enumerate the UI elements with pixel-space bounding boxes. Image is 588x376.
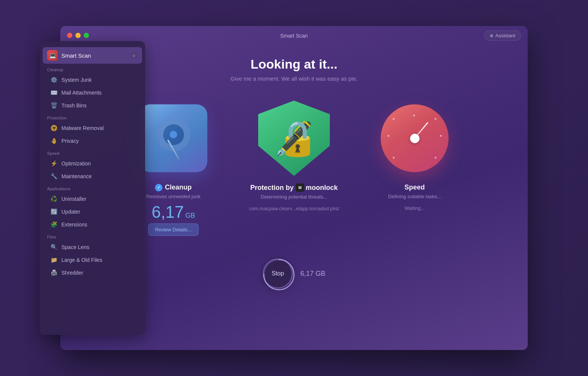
gauge-dot-left-bottom [393,157,395,159]
disk-circle-core [170,131,177,138]
cleanup-check-icon: ✓ [155,184,162,191]
sidebar: 💻 Smart Scan ⊙ Cleanup ⚙️ System Junk ✉️… [40,41,145,335]
fingerprint-icon: 🔏 [273,121,315,155]
moonlock-brand-name: moonlock [306,184,338,192]
desktop: Smart Scan Assistant 💻 Smart Scan ⊙ Clea… [0,0,588,376]
protection-card-title: Protection by M moonlock [250,183,338,192]
mail-attachments-icon: ✉️ [50,89,58,96]
sidebar-item-smart-scan[interactable]: 💻 Smart Scan ⊙ [43,47,142,64]
extensions-icon: 🧩 [50,221,58,228]
cleanup-size-value: 6,17 [152,204,184,220]
sidebar-item-privacy[interactable]: 🤚 Privacy [43,135,142,147]
shredder-label: Shredder [61,270,83,276]
privacy-label: Privacy [61,138,79,144]
updater-icon: 🔄 [50,208,58,216]
gauge-dot-right-top [435,118,436,120]
gauge-dot-top [413,115,415,116]
window-title: Smart Scan [280,33,308,39]
sidebar-item-shredder[interactable]: 🖨️ Shredder [43,266,142,279]
scan-subtitle: Give me a moment. We all wish it was eas… [230,75,357,82]
cleanup-subtitle: Removes unneeded junk [146,194,201,199]
moonlock-logo-icon: M [296,183,304,192]
gauge-dot-right-bottom [435,157,436,159]
cleanup-title-label: Cleanup [165,183,191,191]
gauge-center [410,134,420,143]
stop-size-label: 6,17 GB [300,270,325,278]
sidebar-item-optimization[interactable]: ⚡ Optimization [43,157,142,170]
speed-title-label: Speed [404,183,425,191]
sidebar-item-extensions[interactable]: 🧩 Extensions [43,218,142,231]
bottom-bar: Stop 6,17 GB [263,258,325,289]
uninstaller-label: Uninstaller [61,196,86,202]
protection-subtitle: Determining potential threats... [260,194,327,200]
cleanup-icon-area [136,101,211,176]
protection-title-text: Protection by [250,184,294,192]
assistant-label: Assistant [495,33,515,38]
window-controls [67,33,89,38]
stop-button[interactable]: Stop [263,258,293,289]
speed-scanning-text: Waiting... [404,205,425,211]
large-old-files-label: Large & Old Files [61,257,102,263]
sidebar-item-trash-bins[interactable]: 🗑️ Trash Bins [43,99,142,112]
section-label-cleanup: Cleanup [40,64,145,73]
close-button[interactable] [67,33,72,38]
maintenance-icon: 🔧 [50,173,58,180]
protection-scanning-text: com.macpaw.clearv...etapp.tornadod.plist [249,206,339,211]
speed-card: Speed Defining suitable tasks... Waiting… [362,101,467,211]
smart-scan-badge: ⊙ [130,52,138,59]
large-old-files-icon: 📁 [50,256,58,264]
space-lens-label: Space Lens [61,244,89,250]
assistant-dot [490,34,493,37]
maximize-button[interactable] [84,33,89,38]
mail-attachments-label: Mail Attachments [61,90,102,96]
shield-shape: 🔏 [258,101,330,176]
sidebar-item-malware-removal[interactable]: ☣️ Malware Removal [43,122,142,135]
protection-shield-icon: 🔏 [258,101,330,176]
protection-icon-area: 🔏 [256,101,332,176]
sidebar-item-large-old-files[interactable]: 📁 Large & Old Files [43,254,142,266]
speed-icon-area [377,101,452,176]
cleanup-disk-icon [139,104,207,172]
sidebar-item-maintenance[interactable]: 🔧 Maintenance [43,170,142,183]
system-junk-label: System Junk [61,77,92,83]
smart-scan-icon: 💻 [47,50,58,61]
sidebar-item-space-lens[interactable]: 🔍 Space Lens [43,241,142,254]
malware-removal-label: Malware Removal [61,125,104,131]
cards-row: ✓ Cleanup Removes unneeded junk 6,17 GB … [83,101,505,236]
uninstaller-icon: ♻️ [50,195,58,203]
section-label-applications: Applications [40,183,145,193]
speed-subtitle: Defining suitable tasks... [388,194,441,199]
cleanup-size: 6,17 GB [152,204,195,220]
disk-circle-inner [163,124,184,145]
cleanup-card-title: ✓ Cleanup [155,183,191,191]
disk-body [151,114,196,163]
speed-gauge-icon [381,104,449,172]
optimization-label: Optimization [61,160,91,167]
main-window: Smart Scan Assistant 💻 Smart Scan ⊙ Clea… [60,26,528,350]
stop-progress-ring [263,258,295,291]
gauge-dot-left [387,135,389,137]
smart-scan-label: Smart Scan [61,52,126,59]
sidebar-item-mail-attachments[interactable]: ✉️ Mail Attachments [43,86,142,99]
sidebar-item-updater[interactable]: 🔄 Updater [43,205,142,218]
extensions-label: Extensions [61,222,87,228]
privacy-icon: 🤚 [50,137,58,145]
updater-label: Updater [61,209,80,215]
section-label-files: Files [40,231,145,241]
review-details-button[interactable]: Review Details... [148,223,199,236]
optimization-icon: ⚡ [50,160,58,167]
sidebar-item-system-junk[interactable]: ⚙️ System Junk [43,73,142,86]
system-junk-icon: ⚙️ [50,76,58,84]
gauge-dot-right [440,135,442,137]
section-label-protection: Protection [40,112,145,122]
cleanup-size-unit: GB [185,212,195,219]
moonlock-brand: M moonlock [296,183,338,192]
trash-bins-icon: 🗑️ [50,102,58,109]
malware-removal-icon: ☣️ [50,124,58,132]
gauge-dot-left-top [393,118,395,120]
disk-circle-outer [156,118,190,151]
assistant-button[interactable]: Assistant [484,31,521,41]
minimize-button[interactable] [75,33,81,38]
sidebar-item-uninstaller[interactable]: ♻️ Uninstaller [43,193,142,205]
speed-card-title: Speed [404,183,425,191]
